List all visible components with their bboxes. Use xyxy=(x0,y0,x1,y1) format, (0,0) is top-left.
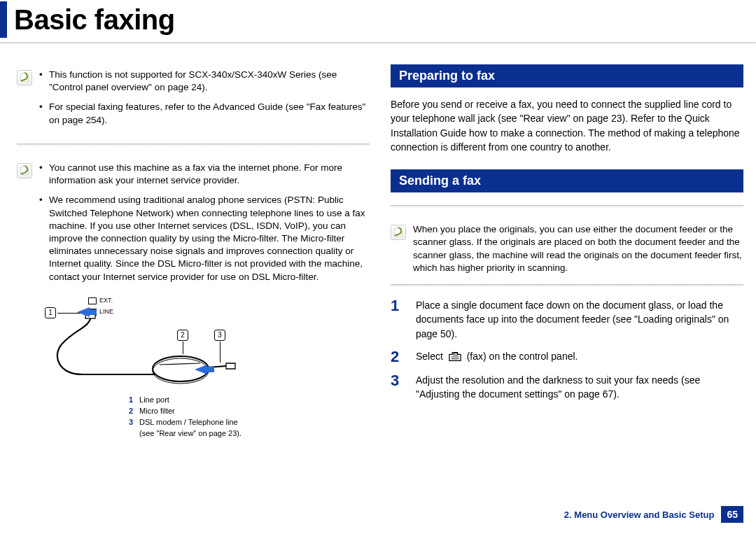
note-icon xyxy=(391,225,406,240)
step-number: 3 xyxy=(391,373,403,402)
note1-item: This function is not supported for SCX-3… xyxy=(39,69,370,94)
section-heading-preparing: Preparing to fax xyxy=(391,64,743,87)
legend-row: (see "Rear view" on page 23). xyxy=(129,428,370,440)
legend-row: 3 DSL modem / Telephone line xyxy=(129,417,370,428)
page-footer: 2. Menu Overview and Basic Setup 65 xyxy=(564,506,743,523)
note2-item: You cannot use this machine as a fax via… xyxy=(39,162,370,187)
legend-row: 2 Micro filter xyxy=(129,406,370,417)
content-columns: This function is not supported for SCX-3… xyxy=(0,45,756,440)
title-accent-bar xyxy=(0,1,7,38)
section-heading-sending: Sending a fax xyxy=(391,169,743,192)
svg-rect-4 xyxy=(454,353,457,356)
steps-list: 1 Place a single document face down on t… xyxy=(391,298,743,401)
note-icon xyxy=(17,70,32,85)
footer-chapter: 2. Menu Overview and Basic Setup xyxy=(564,510,715,520)
ext-label: EXT. xyxy=(99,297,113,304)
divider xyxy=(391,205,743,208)
step-number: 1 xyxy=(391,298,403,341)
page-number: 65 xyxy=(721,506,743,523)
note-box-1: This function is not supported for SCX-3… xyxy=(17,64,370,141)
arrow-icon xyxy=(195,365,207,374)
diagram-legend: 1 Line port 2 Micro filter 3 DSL modem /… xyxy=(129,395,370,440)
note2-item: We recommend using traditional analog ph… xyxy=(39,194,370,283)
cable-svg xyxy=(55,313,237,390)
micro-filter-diagram: EXT. LINE 1 2 3 xyxy=(34,297,370,392)
step-text: Select (fax) on the control panel. xyxy=(416,349,578,365)
divider xyxy=(391,284,743,287)
left-column: This function is not supported for SCX-3… xyxy=(17,64,370,440)
divider xyxy=(17,143,370,146)
page-header: Basic faxing xyxy=(0,0,756,38)
note1-item: For special faxing features, refer to th… xyxy=(39,101,370,126)
step-number: 2 xyxy=(391,349,403,365)
preparing-body-text: Before you send or receive a fax, you ne… xyxy=(391,97,743,154)
note-box-2: You cannot use this machine as a fax via… xyxy=(17,157,370,297)
step-text: Adjust the resolution and the darkness t… xyxy=(416,373,743,402)
note-icon xyxy=(17,163,32,178)
ext-port-icon xyxy=(88,297,97,304)
legend-row: 1 Line port xyxy=(129,395,370,406)
arrow-icon xyxy=(77,307,90,317)
note-box-3: When you place the originals, you can us… xyxy=(391,219,743,281)
note3-text: When you place the originals, you can us… xyxy=(413,223,743,274)
step-1: 1 Place a single document face down on t… xyxy=(391,298,743,341)
page-title: Basic faxing xyxy=(14,4,175,36)
step-3: 3 Adjust the resolution and the darkness… xyxy=(391,373,743,402)
right-column: Preparing to fax Before you send or rece… xyxy=(391,64,743,440)
fax-icon xyxy=(447,351,463,363)
step-2: 2 Select (fax) on the control panel. xyxy=(391,349,743,365)
step-text: Place a single document face down on the… xyxy=(416,298,743,341)
